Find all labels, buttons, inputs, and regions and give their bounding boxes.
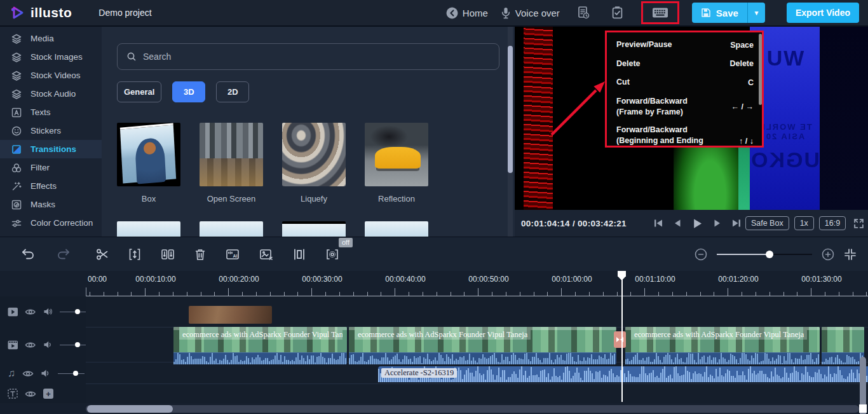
sidebar-item-color-correction[interactable]: Color Correction	[0, 214, 102, 232]
zoom-slider[interactable]	[717, 251, 812, 258]
track-volume-slider[interactable]	[58, 370, 85, 376]
playback-controls-bar: 00:01:04:14 / 00:03:42:21	[515, 210, 868, 237]
version-history-button[interactable]	[573, 3, 594, 22]
timeline-horizontal-scrollbar[interactable]	[86, 405, 859, 413]
cut-scissors-button[interactable]	[95, 247, 109, 261]
eye-icon[interactable]	[25, 390, 36, 398]
save-button[interactable]: Save	[692, 3, 747, 23]
sidebar-item-stock-videos[interactable]: Stock Videos	[0, 66, 102, 85]
ai-caption-button[interactable]: AI	[225, 247, 240, 261]
transition-marker[interactable]	[614, 331, 626, 348]
aspect-ratio-button[interactable]: 16:9	[819, 216, 846, 230]
sidebar-item-stock-images[interactable]: Stock Images	[0, 48, 102, 66]
sidebar-item-media[interactable]: Media	[0, 29, 102, 48]
keyboard-shortcuts-highlight	[641, 1, 679, 24]
playhead-line[interactable]	[621, 272, 623, 402]
fullscreen-button[interactable]	[853, 218, 864, 229]
safe-box-button[interactable]: Safe Box	[745, 216, 789, 230]
app-logo[interactable]: illusto	[0, 4, 83, 21]
transition-card-liquefy[interactable]: Liquefy	[282, 123, 346, 204]
track-volume-slider[interactable]	[60, 342, 86, 348]
transition-card[interactable]	[200, 221, 263, 237]
audio-track-header: ♫	[0, 364, 86, 382]
skip-to-start-button[interactable]	[653, 218, 663, 228]
clipboard-check-icon	[611, 6, 623, 20]
sidebar-item-filter[interactable]: Filter	[0, 158, 102, 177]
transition-thumbnail	[365, 221, 428, 237]
tab-2d[interactable]: 2D	[216, 81, 249, 102]
export-video-button[interactable]: Export Video	[787, 3, 859, 23]
add-text-button[interactable]: +	[43, 389, 53, 399]
video-clip-3[interactable]: ecommerce ads with AdSparkx Founder Vipu…	[625, 327, 820, 352]
voice-over-button[interactable]: Voice over	[501, 7, 560, 19]
video-clip-label: ecommerce ads with AdSparkx Founder Vipu…	[355, 330, 531, 340]
ruler-label: 00:01:20:00	[718, 275, 758, 284]
transition-card[interactable]	[365, 221, 428, 237]
save-dropdown-button[interactable]: ▼	[747, 3, 765, 23]
skip-to-end-button[interactable]	[731, 218, 742, 228]
shortcut-keys: ↑ / ↓	[734, 137, 754, 146]
voice-over-label: Voice over	[515, 8, 560, 18]
track-volume-slider[interactable]	[60, 308, 86, 315]
eye-icon[interactable]	[25, 308, 36, 316]
speaker-icon[interactable]	[43, 307, 53, 316]
video-clip-1[interactable]: ecommerce ads with AdSparkx Founder Vipu…	[173, 327, 347, 352]
transition-card-reflection[interactable]: Reflection	[365, 123, 428, 204]
fit-clip-button[interactable]	[128, 247, 142, 261]
transition-card-box[interactable]: Box	[117, 123, 180, 204]
tab-3d[interactable]: 3D	[172, 81, 205, 102]
video-clip-4[interactable]	[822, 327, 864, 352]
sidebar-item-stickers[interactable]: Stickers	[0, 121, 102, 140]
speaker-icon[interactable]	[41, 369, 51, 378]
checklist-button[interactable]	[607, 3, 628, 22]
video-clip-audio-strip	[173, 352, 347, 364]
home-button[interactable]: Home	[446, 7, 488, 19]
audio-clip-label: Accelerate -S2-16319	[381, 368, 457, 378]
timecode: 00:01:04:14 / 00:03:42:21	[521, 219, 627, 228]
sidebar-item-stock-audio[interactable]: Stock Audio	[0, 85, 102, 103]
transition-thumbnail	[282, 123, 346, 186]
transition-card[interactable]	[117, 221, 180, 237]
popup-scrollbar[interactable]	[759, 34, 762, 105]
undo-button[interactable]	[20, 247, 36, 261]
sidebar-item-masks[interactable]: Masks	[0, 195, 102, 214]
video-clip-2[interactable]: ecommerce ads with AdSparkx Founder Vipu…	[349, 327, 616, 352]
zoom-in-button[interactable]	[821, 247, 835, 261]
preview-off-badge: off	[339, 238, 353, 247]
search-box[interactable]	[117, 43, 499, 70]
playback-speed-button[interactable]: 1x	[794, 216, 814, 230]
eye-icon[interactable]	[22, 369, 34, 378]
split-clip-button[interactable]	[160, 247, 175, 261]
redo-button[interactable]	[56, 247, 71, 261]
remove-background-button[interactable]	[259, 247, 274, 261]
transition-card-open-screen[interactable]: Open Screen	[200, 123, 263, 204]
shortcut-keys: Space	[725, 41, 754, 50]
sidebar-item-effects[interactable]: Effects	[0, 177, 102, 195]
delete-clip-button[interactable]	[194, 247, 207, 261]
video-clip-audio-strip	[822, 352, 864, 364]
eye-icon[interactable]	[25, 341, 36, 349]
overlay-clip[interactable]	[189, 306, 272, 324]
play-button[interactable]	[691, 217, 703, 230]
audio-clip[interactable]: Accelerate -S2-16319	[378, 366, 868, 382]
timeline-ruler[interactable]: 00:00 00:00:10:00 00:00:20:00 00:00:30:0…	[0, 271, 868, 296]
mask-icon	[11, 199, 22, 210]
keyboard-shortcuts-button[interactable]	[649, 3, 671, 22]
video-preview-stage[interactable]: WU TE WORLD ASIA 20 UGKO Preview/Pause S…	[515, 27, 868, 210]
search-input[interactable]	[143, 52, 490, 62]
zoom-slider-knob[interactable]	[766, 251, 773, 258]
sidebar-item-texts[interactable]: Texts	[0, 103, 102, 121]
library-scrollbar[interactable]	[508, 27, 513, 237]
speaker-icon[interactable]	[43, 340, 53, 349]
tab-general[interactable]: General	[117, 81, 161, 102]
step-forward-button[interactable]	[712, 218, 722, 228]
zoom-out-button[interactable]	[694, 247, 708, 261]
fit-timeline-button[interactable]	[844, 248, 857, 261]
ruler-label: 00:00:30:00	[302, 275, 342, 284]
horizontal-scroll-thumb[interactable]	[87, 405, 173, 413]
preview-toggle-button[interactable]: off	[325, 247, 340, 261]
compare-view-button[interactable]	[292, 247, 306, 261]
sidebar-item-transitions[interactable]: Transitions	[0, 140, 102, 158]
transition-card[interactable]	[282, 221, 346, 237]
step-backward-button[interactable]	[672, 218, 682, 228]
